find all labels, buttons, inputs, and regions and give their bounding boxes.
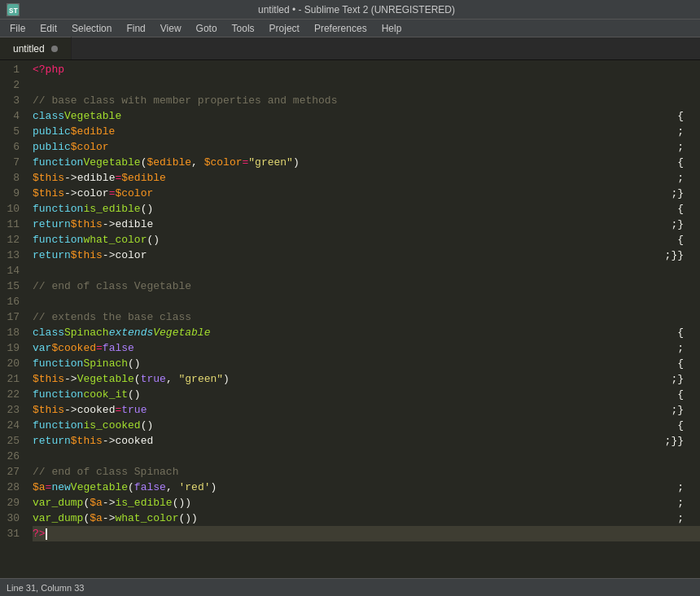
code-line-28: $a = new Vegetable(false, 'red'); (33, 480, 700, 495)
tab-untitled[interactable]: untitled (0, 37, 72, 59)
code-line-31: ?> (33, 526, 700, 541)
code-line-17: // extends the base class (33, 309, 700, 325)
menu-item-goto[interactable]: Goto (190, 21, 224, 36)
line-number-12: 12 (7, 232, 20, 248)
code-line-11: return $this->edible;} (33, 217, 700, 232)
tab-label: untitled (13, 43, 45, 55)
menu-item-project[interactable]: Project (263, 21, 306, 36)
line-number-13: 13 (7, 248, 20, 263)
text-cursor (46, 528, 47, 540)
code-line-6: public $color; (33, 139, 700, 155)
line-number-26: 26 (7, 449, 20, 464)
menubar: FileEditSelectionFindViewGotoToolsProjec… (0, 20, 700, 37)
code-line-13: return $this->color;}} (33, 248, 700, 263)
code-line-5: public $edible; (33, 124, 700, 139)
tabbar: untitled (0, 37, 700, 60)
line-number-19: 19 (7, 340, 20, 356)
line-number-29: 29 (7, 495, 20, 511)
menu-item-view[interactable]: View (154, 21, 188, 36)
line-number-5: 5 (7, 124, 20, 139)
code-line-20: function Spinach() { (33, 356, 700, 371)
window-title: untitled • - Sublime Text 2 (UNREGISTERE… (20, 4, 693, 15)
line-number-7: 7 (7, 155, 20, 170)
code-line-8: $this->edible = $edible; (33, 170, 700, 186)
line-number-14: 14 (7, 263, 20, 278)
menu-item-file[interactable]: File (3, 21, 32, 36)
code-line-24: function is_cooked() { (33, 418, 700, 433)
menu-item-find[interactable]: Find (120, 21, 151, 36)
svg-text:ST: ST (9, 7, 18, 15)
code-line-26 (33, 449, 700, 464)
code-line-29: var_dump($a->is_edible()); (33, 495, 700, 511)
line-number-6: 6 (7, 139, 20, 155)
code-line-15: // end of class Vegetable (33, 278, 700, 294)
statusbar: Line 31, Column 33 (0, 578, 700, 596)
line-number-4: 4 (7, 108, 20, 124)
code-line-7: function Vegetable($edible, $color = "gr… (33, 155, 700, 170)
line-number-17: 17 (7, 309, 20, 325)
code-line-18: class Spinach extends Vegetable { (33, 325, 700, 340)
line-number-16: 16 (7, 294, 20, 309)
code-line-30: var_dump($a->what_color()); (33, 511, 700, 526)
line-number-11: 11 (7, 217, 20, 232)
code-line-4: class Vegetable { (33, 108, 700, 124)
menu-item-edit[interactable]: Edit (33, 21, 63, 36)
line-number-25: 25 (7, 433, 20, 449)
line-numbers: 1234567891011121314151617181920212223242… (0, 60, 29, 578)
code-line-12: function what_color() { (33, 232, 700, 248)
menu-item-tools[interactable]: Tools (225, 21, 261, 36)
line-number-24: 24 (7, 418, 20, 433)
menu-item-help[interactable]: Help (375, 21, 409, 36)
code-line-19: var$cooked = false; (33, 340, 700, 356)
code-line-14 (33, 263, 700, 278)
line-number-21: 21 (7, 371, 20, 387)
line-number-2: 2 (7, 77, 20, 93)
line-number-30: 30 (7, 511, 20, 526)
code-line-21: $this->Vegetable(true, "green");} (33, 371, 700, 387)
menu-item-selection[interactable]: Selection (65, 21, 118, 36)
code-line-9: $this->color = $color;} (33, 186, 700, 201)
line-number-20: 20 (7, 356, 20, 371)
line-number-9: 9 (7, 186, 20, 201)
code-area[interactable]: <?php // base class with member properti… (29, 60, 700, 578)
code-line-16 (33, 294, 700, 309)
line-number-8: 8 (7, 170, 20, 186)
line-number-18: 18 (7, 325, 20, 340)
cursor-position: Line 31, Column 33 (7, 583, 84, 593)
line-number-22: 22 (7, 387, 20, 402)
line-number-15: 15 (7, 278, 20, 294)
line-number-23: 23 (7, 402, 20, 418)
code-line-23: $this->cooked = true;} (33, 402, 700, 418)
line-number-27: 27 (7, 464, 20, 480)
editor: 1234567891011121314151617181920212223242… (0, 60, 700, 578)
code-line-25: return $this->cooked;}} (33, 433, 700, 449)
line-number-10: 10 (7, 201, 20, 217)
tab-close-button[interactable] (51, 46, 58, 52)
code-line-27: // end of class Spinach (33, 464, 700, 480)
menu-item-preferences[interactable]: Preferences (308, 21, 374, 36)
code-line-10: function is_edible() { (33, 201, 700, 217)
code-line-3: // base class with member properties and… (33, 93, 700, 108)
app-icon: ST (7, 3, 20, 16)
code-line-22: function cook_it() { (33, 387, 700, 402)
titlebar: ST untitled • - Sublime Text 2 (UNREGIST… (0, 0, 700, 20)
line-number-28: 28 (7, 480, 20, 495)
line-number-31: 31 (7, 526, 20, 541)
code-line-1: <?php (33, 62, 700, 77)
line-number-1: 1 (7, 62, 20, 77)
line-number-3: 3 (7, 93, 20, 108)
code-line-2 (33, 77, 700, 93)
